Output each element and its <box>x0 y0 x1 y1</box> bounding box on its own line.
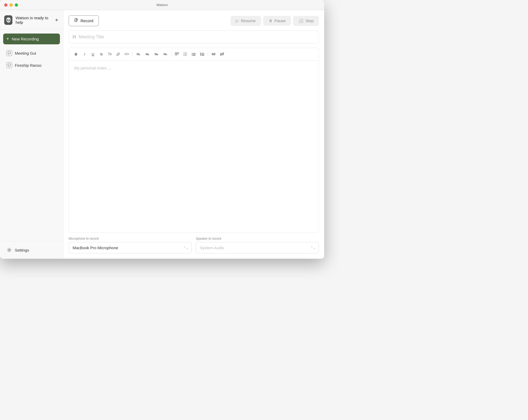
editor-toolbar: B I U S Tx </> H₁ H₂ H₃ H₄ <box>69 48 319 60</box>
avatar: 💀 <box>4 15 12 25</box>
svg-point-2 <box>8 249 10 251</box>
editor-container: B I U S Tx </> H₁ H₂ H₃ H₄ <box>69 48 319 233</box>
meeting-title-input[interactable] <box>79 31 315 43</box>
sidebar-label-fireship-ranso: Fireship Ranso <box>15 63 41 68</box>
editor-notes[interactable]: My personal notes ... <box>69 60 319 232</box>
sidebar-item-meeting-gui[interactable]: Meeting Gui <box>3 48 60 59</box>
resume-label: Resume <box>241 18 256 23</box>
svg-point-6 <box>192 55 192 56</box>
h2-button[interactable]: H₂ <box>143 50 152 58</box>
bold-button[interactable]: B <box>72 50 80 58</box>
stop-icon: ⬜ <box>298 18 303 23</box>
highlight-button[interactable] <box>114 50 122 58</box>
sidebar-header: 💀 Watson is ready to help ✦ <box>0 10 63 29</box>
divider-2 <box>171 51 171 57</box>
chat-icon-meeting-gui <box>6 50 12 56</box>
record-doc-icon <box>74 18 78 23</box>
main-layout: 💀 Watson is ready to help ✦ + New Record… <box>0 10 324 259</box>
horizontal-rule-button[interactable] <box>181 50 189 58</box>
pause-icon: ⏸ <box>268 18 272 23</box>
sparkle-icon: ✦ <box>54 17 59 23</box>
toolbar-actions: ▷ Resume ⏸ Pause ⬜ Stop <box>230 16 319 26</box>
chat-icon-fireship-ranso <box>6 62 12 68</box>
toolbar: Record ▷ Resume ⏸ Pause ⬜ Stop <box>69 15 319 26</box>
speaker-group: Speaker to record System Audio ⌃⌄ <box>196 237 319 253</box>
svg-point-4 <box>192 53 192 54</box>
divider-1 <box>132 51 133 57</box>
speaker-select[interactable]: System Audio <box>196 242 319 253</box>
new-recording-label: New Recording <box>12 37 39 41</box>
strikethrough-button[interactable]: S <box>97 50 105 58</box>
h4-button[interactable]: H₄ <box>161 50 169 58</box>
app-window: Watson 💀 Watson is ready to help ✦ + New… <box>0 0 324 259</box>
microphone-select[interactable]: MacBook Pro Microphone <box>69 242 192 253</box>
plus-icon: + <box>6 36 9 42</box>
gear-icon <box>6 247 12 253</box>
settings-label: Settings <box>15 248 29 252</box>
titlebar: Watson <box>0 0 324 10</box>
app-title: Watson is ready to help <box>16 16 51 25</box>
pause-label: Pause <box>275 18 286 23</box>
microphone-group: Microphone to record MacBook Pro Microph… <box>69 237 192 253</box>
stop-button[interactable]: ⬜ Stop <box>293 16 319 26</box>
svg-rect-1 <box>8 64 11 66</box>
sidebar: 💀 Watson is ready to help ✦ + New Record… <box>0 10 63 259</box>
blockquote-button[interactable] <box>173 50 181 58</box>
speaker-select-wrapper: System Audio ⌃⌄ <box>196 242 319 253</box>
link-button[interactable] <box>210 50 218 58</box>
resume-button[interactable]: ▷ Resume <box>230 16 261 26</box>
ordered-list-button[interactable]: 1 2 3 <box>198 50 206 58</box>
sidebar-label-meeting-gui: Meeting Gui <box>15 51 36 55</box>
svg-point-5 <box>192 54 192 55</box>
title-h-icon: H <box>73 34 76 40</box>
underline-button[interactable]: U <box>89 50 97 58</box>
bottom-section: Microphone to record MacBook Pro Microph… <box>69 237 319 253</box>
content-area: Record ▷ Resume ⏸ Pause ⬜ Stop <box>63 10 324 259</box>
meeting-title-wrapper: H <box>69 30 319 44</box>
maximize-button[interactable] <box>15 3 18 7</box>
h1-button[interactable]: H₁ <box>134 50 143 58</box>
clear-format-button[interactable]: Tx <box>106 50 114 58</box>
italic-button[interactable]: I <box>81 50 88 58</box>
close-button[interactable] <box>4 3 7 7</box>
divider-3 <box>208 51 208 57</box>
avatar-emoji: 💀 <box>6 17 11 23</box>
bullet-list-button[interactable] <box>190 50 198 58</box>
window-title: Watson <box>156 3 168 7</box>
unlink-button[interactable] <box>218 50 226 58</box>
settings-button[interactable]: Settings <box>3 244 60 256</box>
new-recording-button[interactable]: + New Recording <box>3 34 60 44</box>
record-button[interactable]: Record <box>69 15 99 26</box>
sidebar-nav: + New Recording Meeting Gui <box>0 29 63 241</box>
svg-text:3: 3 <box>200 54 201 56</box>
h3-button[interactable]: H₃ <box>152 50 161 58</box>
speaker-label: Speaker to record <box>196 237 319 240</box>
resume-icon: ▷ <box>236 18 239 23</box>
microphone-select-wrapper: MacBook Pro Microphone ⌃⌄ <box>69 242 192 253</box>
minimize-button[interactable] <box>10 3 13 7</box>
pause-button[interactable]: ⏸ Pause <box>263 16 291 26</box>
traffic-lights <box>4 3 18 7</box>
microphone-label: Microphone to record <box>69 237 192 240</box>
sidebar-item-fireship-ranso[interactable]: Fireship Ranso <box>3 60 60 71</box>
svg-rect-0 <box>8 52 11 54</box>
stop-label: Stop <box>305 18 314 23</box>
sidebar-footer: Settings <box>0 241 63 259</box>
record-label: Record <box>81 18 93 23</box>
code-inline-button[interactable]: </> <box>123 50 131 58</box>
notes-placeholder: My personal notes ... <box>74 66 111 70</box>
